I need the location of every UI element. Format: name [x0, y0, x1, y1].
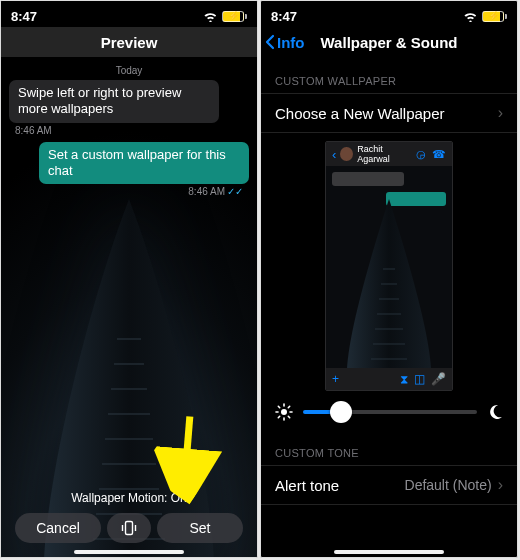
perspective-icon [120, 519, 138, 537]
chevron-left-icon [263, 33, 277, 51]
choose-wallpaper-row[interactable]: Choose a New Wallpaper › [261, 93, 517, 133]
plus-icon: + [332, 372, 339, 386]
brightness-row [261, 401, 517, 429]
thumb-bubble-in [332, 172, 404, 186]
sticker-icon: ⧗ [400, 372, 408, 386]
message-in-time: 8:46 AM [15, 125, 243, 136]
nav-bar: Info Wallpaper & Sound [261, 27, 517, 57]
alert-tone-label: Alert tone [275, 477, 339, 494]
status-bar: 8:47 ⚡ [1, 1, 257, 27]
chevron-left-icon: ‹ [332, 147, 336, 162]
date-header: Today [9, 65, 249, 76]
section-header-wallpaper: CUSTOM WALLPAPER [261, 57, 517, 93]
choose-wallpaper-label: Choose a New Wallpaper [275, 105, 445, 122]
chevron-right-icon: › [498, 476, 503, 494]
alert-tone-row[interactable]: Alert tone Default (Note) › [261, 465, 517, 505]
nav-title: Wallpaper & Sound [321, 34, 458, 51]
motion-label: Wallpaper Motion: On [15, 491, 243, 505]
wallpaper-thumbnail[interactable]: ‹ Rachit Agarwal ◶ ☎ [325, 141, 453, 391]
svg-line-24 [288, 416, 289, 417]
set-button[interactable]: Set [157, 513, 243, 543]
battery-icon: ⚡ [482, 11, 507, 22]
status-time: 8:47 [271, 9, 297, 24]
avatar [340, 147, 353, 161]
wifi-icon [203, 11, 218, 22]
mic-icon: 🎤 [431, 372, 446, 386]
svg-line-23 [278, 406, 279, 407]
wallpaper-settings-screen: 8:47 ⚡ Info Wallpaper & Sound CUSTOM WAL… [260, 0, 518, 558]
message-out: Set a custom wallpaper for this chat [39, 142, 249, 185]
battery-icon: ⚡ [222, 11, 247, 22]
slider-thumb[interactable] [330, 401, 352, 423]
home-indicator[interactable] [334, 550, 444, 554]
messages-preview: Today Swipe left or right to preview mor… [1, 57, 257, 197]
svg-rect-10 [126, 522, 133, 535]
bottom-controls: Wallpaper Motion: On Cancel Set [1, 491, 257, 557]
section-header-tone: CUSTOM TONE [261, 429, 517, 465]
sun-icon [275, 403, 293, 421]
alert-tone-value: Default (Note) [405, 477, 492, 493]
status-bar: 8:47 ⚡ [261, 1, 517, 27]
moon-icon [487, 404, 503, 420]
back-button[interactable]: Info [263, 27, 305, 57]
thumb-wallpaper-graphic [343, 199, 435, 372]
video-icon: ◶ [416, 148, 426, 161]
nav-bar: Preview [1, 27, 257, 57]
status-time: 8:47 [11, 9, 37, 24]
cancel-button[interactable]: Cancel [15, 513, 101, 543]
brightness-slider[interactable] [303, 410, 477, 414]
wallpaper-thumbnail-area: ‹ Rachit Agarwal ◶ ☎ [261, 133, 517, 401]
preview-screen: 8:47 ⚡ Preview Today Swipe left or right… [0, 0, 258, 558]
message-in: Swipe left or right to preview more wall… [9, 80, 219, 123]
camera-icon: ◫ [414, 372, 425, 386]
phone-icon: ☎ [432, 148, 446, 161]
chevron-right-icon: › [498, 104, 503, 122]
nav-title: Preview [101, 34, 158, 51]
message-out-time: 8:46 AM✓✓ [15, 186, 243, 197]
svg-line-25 [278, 416, 279, 417]
back-label: Info [277, 34, 305, 51]
contact-name: Rachit Agarwal [357, 144, 412, 164]
wifi-icon [463, 11, 478, 22]
perspective-button[interactable] [107, 513, 151, 543]
svg-point-18 [281, 409, 287, 415]
svg-line-26 [288, 406, 289, 407]
